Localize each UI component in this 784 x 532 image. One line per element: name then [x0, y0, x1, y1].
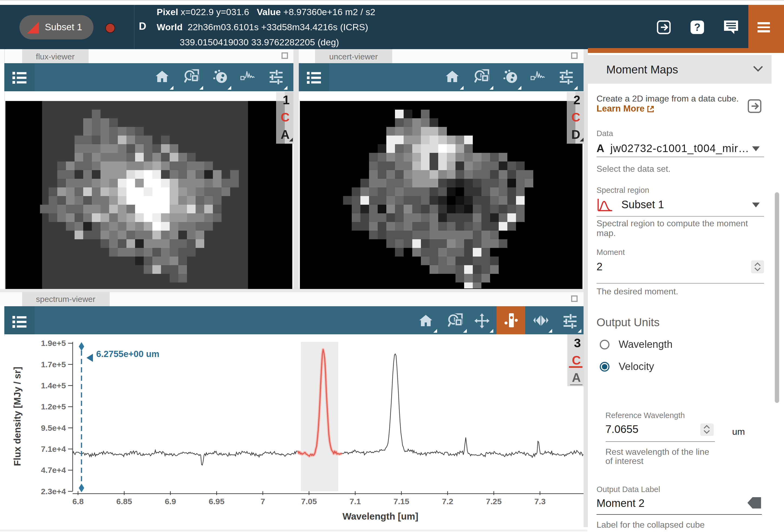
svg-text:?: ? — [694, 22, 700, 33]
svg-text:1.9e+5: 1.9e+5 — [41, 338, 66, 348]
svg-text:7.3: 7.3 — [534, 497, 546, 506]
svg-text:7.2: 7.2 — [442, 497, 453, 506]
svg-text:1.4e+5: 1.4e+5 — [41, 381, 66, 390]
svg-text:9.5e+4: 9.5e+4 — [41, 423, 66, 432]
svg-text:1.2e+5: 1.2e+5 — [41, 402, 66, 411]
svg-text:7.1: 7.1 — [349, 497, 361, 506]
svg-text:1.7e+5: 1.7e+5 — [41, 360, 66, 369]
svg-text:Flux density [MJy / sr]: Flux density [MJy / sr] — [12, 367, 22, 466]
svg-text:6.8: 6.8 — [73, 497, 84, 506]
svg-text:6.9: 6.9 — [165, 497, 176, 506]
svg-text:7.15: 7.15 — [394, 497, 409, 506]
svg-text:6.95: 6.95 — [209, 497, 224, 506]
svg-text:4.7e+4: 4.7e+4 — [41, 466, 66, 474]
svg-text:7: 7 — [260, 497, 265, 506]
svg-text:2.3e+4: 2.3e+4 — [41, 487, 66, 496]
svg-text:6.2755e+00 um: 6.2755e+00 um — [96, 349, 159, 359]
svg-text:6.85: 6.85 — [116, 497, 132, 506]
svg-text:7.25: 7.25 — [486, 497, 502, 506]
svg-text:7.05: 7.05 — [301, 497, 317, 506]
svg-text:7.1e+4: 7.1e+4 — [41, 444, 66, 453]
svg-text:Wavelength [um]: Wavelength [um] — [342, 511, 418, 522]
